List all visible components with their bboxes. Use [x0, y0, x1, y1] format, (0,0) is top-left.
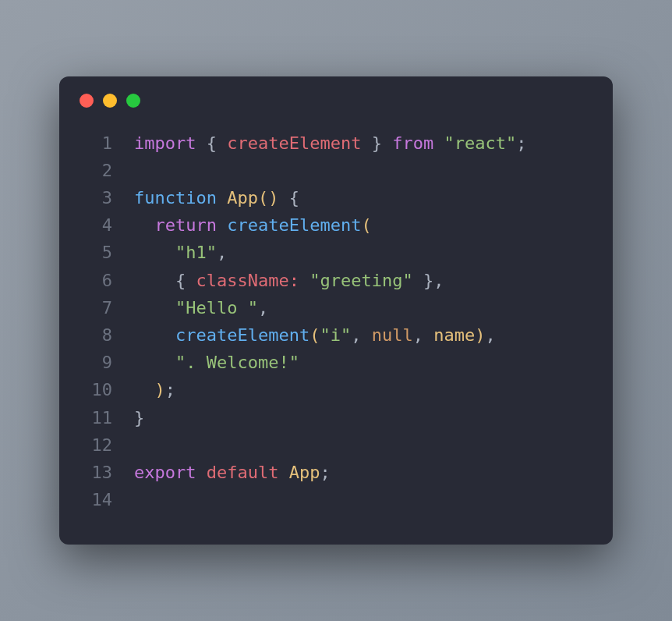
close-icon[interactable] [80, 94, 94, 108]
line-number: 13 [80, 459, 112, 486]
code-line: 13export default App; [80, 459, 592, 486]
code-area[interactable]: 1import { createElement } from "react";2… [59, 115, 613, 545]
code-token [134, 215, 155, 235]
line-number: 6 [80, 267, 112, 294]
code-token: function [134, 188, 217, 208]
code-line: 9 ". Welcome!" [80, 349, 592, 376]
line-content: "h1", [134, 239, 592, 266]
code-token: , [413, 325, 434, 345]
code-line: 1import { createElement } from "react"; [80, 130, 592, 157]
line-number: 9 [80, 349, 112, 376]
code-token [382, 133, 392, 153]
code-token: "Hello " [175, 298, 258, 318]
line-content: function App() { [134, 184, 592, 211]
code-token: ( [361, 215, 371, 235]
line-content [134, 486, 592, 513]
line-content: createElement("i", null, name), [134, 321, 592, 349]
code-token: "greeting" [309, 271, 412, 290]
line-number: 7 [80, 294, 112, 321]
code-token: from [392, 133, 433, 153]
code-token [433, 133, 444, 153]
maximize-icon[interactable] [126, 94, 140, 108]
code-token: className: [196, 271, 299, 290]
code-token [134, 380, 155, 399]
code-token: App [289, 463, 320, 482]
line-number: 12 [80, 431, 112, 459]
code-token: , [351, 325, 372, 345]
code-token: ". Welcome!" [175, 353, 299, 372]
code-token [134, 298, 175, 318]
code-token: default [207, 463, 279, 482]
code-token [361, 133, 371, 153]
code-token: { [175, 271, 186, 290]
code-line: 8 createElement("i", null, name), [80, 321, 592, 349]
code-token [299, 271, 309, 290]
code-line: 5 "h1", [80, 239, 592, 266]
code-token: createElement [175, 325, 309, 345]
code-token: ; [516, 133, 526, 153]
code-token: name [433, 325, 475, 345]
code-token: null [372, 325, 413, 345]
code-token [217, 215, 227, 235]
code-token: export [134, 463, 196, 482]
code-token: ) [475, 325, 485, 345]
code-token: return [155, 215, 217, 235]
code-token: () [258, 188, 279, 208]
line-number: 2 [80, 157, 112, 184]
code-token: ; [165, 380, 175, 399]
line-content: return createElement( [134, 211, 592, 239]
code-token: , [258, 298, 268, 318]
code-token [134, 271, 175, 290]
line-content [134, 157, 592, 184]
code-token: } [134, 408, 144, 428]
code-token [134, 353, 175, 372]
code-line: 7 "Hello ", [80, 294, 592, 321]
code-token: "h1" [175, 243, 217, 262]
code-token: ( [309, 325, 320, 345]
line-number: 3 [80, 184, 112, 211]
line-content [134, 431, 592, 459]
line-content: export default App; [134, 459, 592, 486]
line-number: 4 [80, 211, 112, 239]
line-content: ); [134, 376, 592, 403]
code-token: , [217, 243, 227, 262]
code-token [413, 271, 423, 290]
line-number: 14 [80, 486, 112, 513]
line-number: 8 [80, 321, 112, 349]
line-content: import { createElement } from "react"; [134, 130, 592, 157]
code-token: "i" [320, 325, 351, 345]
code-token [217, 188, 227, 208]
line-number: 11 [80, 404, 112, 431]
code-line: 12 [80, 431, 592, 459]
line-number: 1 [80, 130, 112, 157]
code-token [196, 463, 206, 482]
line-content: { className: "greeting" }, [134, 267, 592, 294]
code-token [217, 133, 227, 153]
code-token: ; [320, 463, 330, 482]
code-line: 2 [80, 157, 592, 184]
code-token [134, 325, 175, 345]
code-line: 4 return createElement( [80, 211, 592, 239]
code-token: import [134, 133, 196, 153]
code-token: createElement [227, 215, 361, 235]
code-editor-window: 1import { createElement } from "react";2… [59, 76, 613, 545]
code-token [278, 188, 288, 208]
window-titlebar [59, 76, 613, 115]
code-token: "react" [444, 133, 516, 153]
line-content: } [134, 404, 592, 431]
code-token: ) [155, 380, 165, 399]
code-token: , [485, 325, 495, 345]
code-line: 11} [80, 404, 592, 431]
line-content: "Hello ", [134, 294, 592, 321]
code-token: }, [423, 271, 444, 290]
code-token: { [207, 133, 217, 153]
code-token: { [289, 188, 299, 208]
code-token [134, 243, 175, 262]
code-token: } [372, 133, 382, 153]
line-number: 10 [80, 376, 112, 403]
code-token [196, 133, 206, 153]
code-token: createElement [227, 133, 361, 153]
minimize-icon[interactable] [103, 94, 117, 108]
code-line: 14 [80, 486, 592, 513]
line-content: ". Welcome!" [134, 349, 592, 376]
